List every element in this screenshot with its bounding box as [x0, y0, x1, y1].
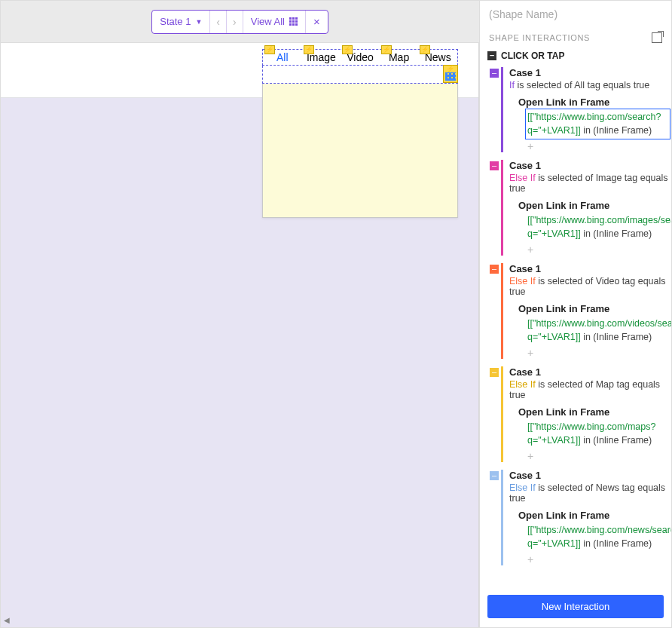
- state-selector: State 1 ▼ ‹ › View All ×: [151, 10, 328, 34]
- lightning-icon: ⚡: [381, 45, 392, 54]
- go-button[interactable]: [443, 65, 458, 83]
- canvas-area: State 1 ▼ ‹ › View All × ⚡All ⚡Image ⚡Vi…: [1, 1, 479, 627]
- collapse-icon[interactable]: –: [490, 471, 499, 480]
- add-action-button[interactable]: +: [527, 347, 668, 359]
- prototype-group[interactable]: ⚡All ⚡Image ⚡Video ⚡Map ⚡News: [262, 49, 458, 218]
- case-block[interactable]: –Case 1Else If is selected of Map tag eq…: [501, 366, 668, 462]
- case-block[interactable]: –Case 1Else If is selected of News tag e…: [501, 470, 668, 565]
- caret-down-icon: ▼: [195, 18, 202, 26]
- case-condition[interactable]: Else If is selected of Image tag equals …: [509, 173, 668, 194]
- tab-video[interactable]: ⚡Video: [341, 50, 380, 65]
- tabs-row: ⚡All ⚡Image ⚡Video ⚡Map ⚡News: [262, 49, 458, 66]
- tab-map[interactable]: ⚡Map: [380, 50, 419, 65]
- case-block[interactable]: –Case 1If is selected of All tag equals …: [501, 67, 668, 152]
- collapse-icon[interactable]: –: [490, 368, 499, 377]
- search-field[interactable]: [262, 66, 458, 84]
- view-all-button[interactable]: View All: [243, 11, 305, 33]
- panel-divider[interactable]: [478, 43, 479, 627]
- case-condition[interactable]: Else If is selected of Map tag equals tr…: [509, 379, 668, 400]
- add-action-button[interactable]: +: [527, 140, 668, 152]
- inline-frame[interactable]: [262, 84, 458, 218]
- event-label: CLICK OR TAP: [501, 51, 564, 61]
- collapse-icon[interactable]: –: [490, 69, 499, 78]
- event-row[interactable]: – CLICK OR TAP: [480, 47, 671, 64]
- lightning-icon: ⚡: [304, 45, 314, 54]
- next-state-button[interactable]: ›: [226, 11, 243, 33]
- lightning-icon: ⚡: [420, 45, 430, 54]
- popout-icon[interactable]: [652, 32, 662, 43]
- case-block[interactable]: –Case 1Else If is selected of Image tag …: [501, 160, 668, 256]
- close-state-button[interactable]: ×: [305, 11, 328, 33]
- section-header: SHAPE INTERACTIONS: [480, 28, 671, 47]
- state-dropdown[interactable]: State 1 ▼: [152, 11, 209, 33]
- collapse-icon[interactable]: –: [487, 51, 496, 60]
- case-title: Case 1: [509, 160, 668, 171]
- action-body[interactable]: [["https://www.bing.com/news/search?q="+…: [527, 524, 668, 550]
- case-title: Case 1: [509, 366, 668, 378]
- action-title: Open Link in Frame: [518, 303, 668, 314]
- add-action-button[interactable]: +: [527, 244, 668, 256]
- case-title: Case 1: [509, 263, 668, 274]
- add-action-button[interactable]: +: [527, 553, 668, 565]
- action-title: Open Link in Frame: [518, 200, 668, 211]
- scroll-left-icon[interactable]: ◀: [4, 616, 10, 624]
- tab-label: All: [276, 51, 289, 63]
- tab-label: Map: [389, 51, 409, 63]
- tab-news[interactable]: ⚡News: [418, 50, 457, 65]
- action-body[interactable]: [["https://www.bing.com/maps?q="+LVAR1]]…: [527, 421, 668, 447]
- new-interaction-button[interactable]: New Interaction: [487, 595, 664, 618]
- action-body[interactable]: [["https://www.bing.com/videos/search?q=…: [527, 317, 668, 344]
- case-condition[interactable]: Else If is selected of Video tag equals …: [509, 276, 668, 297]
- state-label-text: State 1: [160, 16, 191, 27]
- prev-state-button[interactable]: ‹: [209, 11, 226, 33]
- shape-name-input[interactable]: (Shape Name): [480, 1, 671, 28]
- action-title: Open Link in Frame: [518, 96, 668, 108]
- case-condition[interactable]: If is selected of All tag equals true: [509, 80, 668, 90]
- action-body[interactable]: [["https://www.bing.com/images/search?q=…: [527, 214, 668, 240]
- case-title: Case 1: [509, 67, 668, 78]
- case-title: Case 1: [509, 470, 668, 481]
- action-body[interactable]: [["https://www.bing.com/search?q="+LVAR1…: [527, 111, 668, 137]
- action-title: Open Link in Frame: [518, 510, 668, 521]
- tab-image[interactable]: ⚡Image: [302, 50, 341, 65]
- design-stage[interactable]: ⚡All ⚡Image ⚡Video ⚡Map ⚡News ◀: [1, 43, 479, 627]
- collapse-icon[interactable]: –: [490, 265, 499, 274]
- collapse-icon[interactable]: –: [490, 161, 499, 170]
- section-title: SHAPE INTERACTIONS: [489, 33, 590, 42]
- grid-icon: [289, 17, 298, 26]
- interactions-panel: (Shape Name) SHAPE INTERACTIONS – CLICK …: [479, 1, 671, 627]
- action-title: Open Link in Frame: [518, 406, 668, 418]
- cases-list: –Case 1If is selected of All tag equals …: [480, 64, 671, 589]
- case-block[interactable]: –Case 1Else If is selected of Video tag …: [501, 263, 668, 359]
- view-all-label: View All: [251, 16, 285, 27]
- add-action-button[interactable]: +: [527, 450, 668, 462]
- lightning-icon: ⚡: [264, 45, 275, 54]
- case-condition[interactable]: Else If is selected of News tag equals t…: [509, 482, 668, 504]
- tab-all[interactable]: ⚡All: [263, 50, 302, 65]
- canvas-toolbar: State 1 ▼ ‹ › View All ×: [1, 1, 479, 43]
- lightning-icon: ⚡: [342, 45, 353, 54]
